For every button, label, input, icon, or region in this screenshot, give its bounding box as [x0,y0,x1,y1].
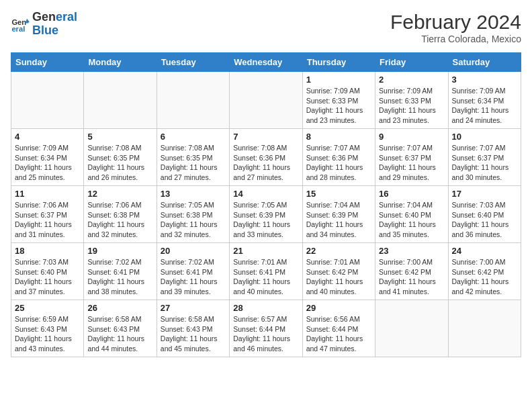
calendar-day-cell: 5Sunrise: 7:08 AM Sunset: 6:35 PM Daylig… [84,129,157,186]
logo: Gen eral GeneralBlue [11,11,77,38]
calendar-day-cell [448,300,521,357]
day-number: 24 [452,246,517,256]
logo-icon: Gen eral [11,15,30,34]
calendar-day-cell [11,72,84,129]
day-number: 3 [452,75,517,85]
day-info: Sunrise: 7:05 AM Sunset: 6:39 PM Dayligh… [233,200,298,240]
day-of-week-header: Monday [84,53,157,72]
day-number: 9 [379,132,444,142]
day-number: 28 [233,303,298,313]
calendar-header: SundayMondayTuesdayWednesdayThursdayFrid… [11,53,521,72]
day-info: Sunrise: 7:02 AM Sunset: 6:41 PM Dayligh… [87,257,152,297]
calendar-table: SundayMondayTuesdayWednesdayThursdayFrid… [11,52,521,357]
page-header: Gen eral GeneralBlue February 2024 Tierr… [11,11,521,44]
calendar-day-cell: 21Sunrise: 7:01 AM Sunset: 6:41 PM Dayli… [230,243,302,300]
calendar-day-cell: 22Sunrise: 7:01 AM Sunset: 6:42 PM Dayli… [302,243,375,300]
calendar-day-cell: 12Sunrise: 7:06 AM Sunset: 6:38 PM Dayli… [84,186,157,243]
day-info: Sunrise: 6:56 AM Sunset: 6:44 PM Dayligh… [306,314,371,354]
calendar-day-cell: 11Sunrise: 7:06 AM Sunset: 6:37 PM Dayli… [11,186,84,243]
day-number: 26 [87,303,152,313]
subtitle: Tierra Colorada, Mexico [390,34,521,44]
day-number: 14 [233,189,298,199]
calendar-day-cell: 15Sunrise: 7:04 AM Sunset: 6:39 PM Dayli… [302,186,375,243]
day-number: 5 [87,132,152,142]
calendar-day-cell [230,72,302,129]
calendar-day-cell [157,72,229,129]
day-number: 18 [15,246,80,256]
day-info: Sunrise: 7:07 AM Sunset: 6:36 PM Dayligh… [306,143,371,183]
day-info: Sunrise: 6:58 AM Sunset: 6:43 PM Dayligh… [161,314,226,354]
title-block: February 2024 Tierra Colorada, Mexico [390,11,521,44]
day-info: Sunrise: 7:09 AM Sunset: 6:34 PM Dayligh… [15,143,80,183]
day-number: 11 [15,189,80,199]
day-number: 21 [233,246,298,256]
day-number: 6 [161,132,226,142]
day-number: 22 [306,246,371,256]
day-info: Sunrise: 7:01 AM Sunset: 6:42 PM Dayligh… [306,257,371,297]
day-number: 12 [87,189,152,199]
day-number: 4 [15,132,80,142]
day-number: 15 [306,189,371,199]
day-info: Sunrise: 7:08 AM Sunset: 6:36 PM Dayligh… [233,143,298,183]
calendar-day-cell: 19Sunrise: 7:02 AM Sunset: 6:41 PM Dayli… [84,243,157,300]
day-info: Sunrise: 7:00 AM Sunset: 6:42 PM Dayligh… [379,257,444,297]
day-number: 19 [87,246,152,256]
calendar-day-cell: 2Sunrise: 7:09 AM Sunset: 6:33 PM Daylig… [375,72,448,129]
day-info: Sunrise: 7:07 AM Sunset: 6:37 PM Dayligh… [379,143,444,183]
day-info: Sunrise: 7:08 AM Sunset: 6:35 PM Dayligh… [87,143,152,183]
calendar-day-cell: 4Sunrise: 7:09 AM Sunset: 6:34 PM Daylig… [11,129,84,186]
calendar-day-cell: 24Sunrise: 7:00 AM Sunset: 6:42 PM Dayli… [448,243,521,300]
day-of-week-header: Thursday [302,53,375,72]
calendar-week-row: 1Sunrise: 7:09 AM Sunset: 6:33 PM Daylig… [11,72,521,129]
day-of-week-header: Wednesday [230,53,302,72]
day-info: Sunrise: 7:09 AM Sunset: 6:33 PM Dayligh… [306,86,371,126]
day-info: Sunrise: 7:05 AM Sunset: 6:38 PM Dayligh… [161,200,226,240]
svg-text:eral: eral [11,25,25,33]
calendar-day-cell: 29Sunrise: 6:56 AM Sunset: 6:44 PM Dayli… [302,300,375,357]
day-info: Sunrise: 7:06 AM Sunset: 6:38 PM Dayligh… [87,200,152,240]
day-info: Sunrise: 6:57 AM Sunset: 6:44 PM Dayligh… [233,314,298,354]
day-number: 13 [161,189,226,199]
day-info: Sunrise: 7:04 AM Sunset: 6:39 PM Dayligh… [306,200,371,240]
day-number: 29 [306,303,371,313]
calendar-day-cell: 13Sunrise: 7:05 AM Sunset: 6:38 PM Dayli… [157,186,229,243]
day-number: 1 [306,75,371,85]
calendar-day-cell: 8Sunrise: 7:07 AM Sunset: 6:36 PM Daylig… [302,129,375,186]
calendar-day-cell: 27Sunrise: 6:58 AM Sunset: 6:43 PM Dayli… [157,300,229,357]
day-info: Sunrise: 7:00 AM Sunset: 6:42 PM Dayligh… [452,257,517,297]
calendar-day-cell [84,72,157,129]
day-of-week-header: Tuesday [157,53,229,72]
day-info: Sunrise: 6:59 AM Sunset: 6:43 PM Dayligh… [15,314,80,354]
calendar-day-cell: 20Sunrise: 7:02 AM Sunset: 6:41 PM Dayli… [157,243,229,300]
day-number: 16 [379,189,444,199]
calendar-day-cell: 3Sunrise: 7:09 AM Sunset: 6:34 PM Daylig… [448,72,521,129]
calendar-day-cell [375,300,448,357]
day-info: Sunrise: 7:01 AM Sunset: 6:41 PM Dayligh… [233,257,298,297]
logo-text: GeneralBlue [32,11,77,38]
calendar-day-cell: 14Sunrise: 7:05 AM Sunset: 6:39 PM Dayli… [230,186,302,243]
day-number: 27 [161,303,226,313]
day-info: Sunrise: 7:09 AM Sunset: 6:33 PM Dayligh… [379,86,444,126]
month-title: February 2024 [390,11,521,34]
calendar-day-cell: 7Sunrise: 7:08 AM Sunset: 6:36 PM Daylig… [230,129,302,186]
day-number: 8 [306,132,371,142]
calendar-day-cell: 17Sunrise: 7:03 AM Sunset: 6:40 PM Dayli… [448,186,521,243]
day-info: Sunrise: 7:09 AM Sunset: 6:34 PM Dayligh… [452,86,517,126]
calendar-week-row: 4Sunrise: 7:09 AM Sunset: 6:34 PM Daylig… [11,129,521,186]
day-info: Sunrise: 7:07 AM Sunset: 6:37 PM Dayligh… [452,143,517,183]
day-number: 20 [161,246,226,256]
calendar-day-cell: 6Sunrise: 7:08 AM Sunset: 6:35 PM Daylig… [157,129,229,186]
day-info: Sunrise: 7:06 AM Sunset: 6:37 PM Dayligh… [15,200,80,240]
calendar-week-row: 18Sunrise: 7:03 AM Sunset: 6:40 PM Dayli… [11,243,521,300]
day-info: Sunrise: 6:58 AM Sunset: 6:43 PM Dayligh… [87,314,152,354]
calendar-body: 1Sunrise: 7:09 AM Sunset: 6:33 PM Daylig… [11,72,521,357]
day-of-week-header: Saturday [448,53,521,72]
day-info: Sunrise: 7:03 AM Sunset: 6:40 PM Dayligh… [452,200,517,240]
day-number: 17 [452,189,517,199]
calendar-day-cell: 1Sunrise: 7:09 AM Sunset: 6:33 PM Daylig… [302,72,375,129]
day-info: Sunrise: 7:08 AM Sunset: 6:35 PM Dayligh… [161,143,226,183]
day-number: 23 [379,246,444,256]
calendar-day-cell: 26Sunrise: 6:58 AM Sunset: 6:43 PM Dayli… [84,300,157,357]
day-number: 7 [233,132,298,142]
day-number: 2 [379,75,444,85]
